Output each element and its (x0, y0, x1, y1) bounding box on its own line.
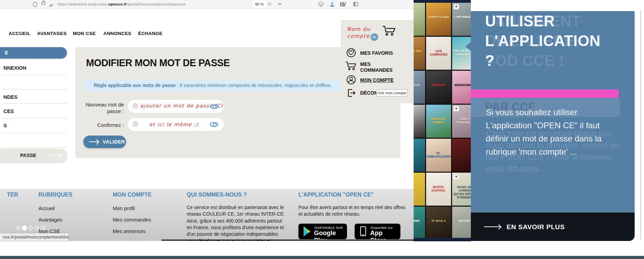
menu-mon-compte[interactable]: MON COMPTE (360, 77, 393, 83)
show-password-eye-icon[interactable] (210, 122, 218, 127)
poster-title: EL EMBARCADERO (426, 151, 451, 158)
sidebar-passe-label: PASSE (20, 153, 36, 158)
library-icon[interactable] (340, 2, 345, 7)
movie-poster[interactable] (414, 139, 425, 172)
password-rule-banner: Règle applicable aux mots de passe : 8 c… (83, 80, 344, 91)
poster-title: BASTA CAPITAL (426, 185, 451, 192)
poster-title: LES CARPATES (426, 49, 451, 56)
bookmark-star-icon[interactable]: ☆ (267, 1, 272, 7)
carousel-dot[interactable] (41, 225, 46, 231)
movie-poster[interactable]: IP MAN 4 (426, 207, 451, 238)
poster-title: madre (452, 219, 471, 223)
badge-top-label: DISPONIBLE SUR (314, 226, 343, 230)
footer-link[interactable]: Mon mot de passe (113, 240, 154, 241)
google-play-badge[interactable]: DISPONIBLE SUR Google Play (298, 224, 347, 239)
app-store-icon (360, 226, 366, 236)
browser-toolbar: ⇄° https://adherent-snep-unsa.opence.fr/… (0, 0, 414, 9)
movie-poster[interactable] (414, 173, 425, 206)
sidebar-active-item[interactable]: E (0, 47, 67, 59)
footer-link[interactable]: Mes annonces (113, 228, 145, 234)
favorite-heart-icon[interactable]: ♥ (454, 106, 459, 111)
footer-link[interactable]: Mes commandes (113, 217, 151, 223)
zoom-level-badge[interactable]: 90 % (253, 1, 266, 8)
sidebar-item[interactable]: S (3, 123, 7, 128)
movie-poster[interactable]: L'INFIRMIÈRE♥ (452, 3, 471, 36)
footer-link[interactable]: Accueil (39, 206, 55, 211)
movie-poster[interactable]: madre (452, 207, 471, 238)
permissions-icon[interactable]: ⇄° (49, 3, 53, 8)
confirm-password-input[interactable]: et ici le même ;) (128, 118, 224, 131)
show-password-eye-icon[interactable] (210, 104, 218, 109)
menu-mes-favoris[interactable]: MES FAVORIS (360, 50, 393, 56)
pocket-icon[interactable] (319, 2, 323, 7)
lock-icon[interactable] (42, 0, 45, 5)
movie-poster[interactable]: HONEYLAND (426, 3, 451, 36)
url-bar[interactable]: https://adherent-snep-unsa.opence.fr/por… (58, 2, 186, 6)
favorite-heart-icon[interactable]: ♥ (454, 174, 459, 179)
movie-poster[interactable] (414, 105, 425, 138)
carousel-prev-icon[interactable] (465, 42, 471, 51)
poster-title: E FEMME (414, 219, 425, 223)
poster-top-strip (414, 0, 471, 3)
movie-poster[interactable]: MIGNONNES (452, 71, 471, 104)
padlock-icon (133, 123, 137, 126)
new-password-input[interactable]: ajouter un mot de passe ICI (128, 100, 224, 113)
poster-title: IP MAN 4 (426, 219, 451, 223)
valider-button[interactable]: VALIDER (83, 136, 126, 148)
arrow-right-icon (484, 226, 501, 227)
carousel-dot[interactable] (16, 225, 21, 231)
sidebar-item[interactable]: NNEXION (3, 65, 26, 71)
favorite-heart-icon[interactable]: ♥ (454, 4, 459, 9)
nav-item-annonces[interactable]: ANNONCES (103, 31, 131, 36)
heart-icon (346, 48, 356, 58)
movie-poster[interactable]: BASTA CAPITAL (426, 173, 451, 206)
poster-bottom-strip (414, 238, 471, 241)
movie-poster[interactable]: EL EMBARCADERO (426, 139, 451, 172)
poster-title: HONEYLAND (426, 15, 451, 19)
movie-poster[interactable]: DANS UN JARDIN QU'ON DIRAIT ÉTERNEL♥ (452, 173, 471, 206)
en-savoir-plus-button[interactable]: EN SAVOIR PLUS (471, 213, 635, 241)
nav-item-mon-cse[interactable]: MON CSE (73, 31, 96, 36)
vod-slide-overlay: LANCEMENT DE LA 1ERE VOD CCE ! UTILISER … (471, 11, 635, 213)
movie-poster-grid: HONEYLANDL'INFIRMIÈRE♥AFRICA MIALES CARP… (414, 3, 471, 238)
carousel-dot[interactable] (28, 225, 33, 231)
sidebar-item[interactable]: NDES (3, 94, 17, 100)
sidebar-item-mot-de-passe[interactable]: PASSE (0, 149, 67, 162)
screenshot-icon[interactable]: ✂ (278, 1, 282, 7)
app-store-badge[interactable]: Disponible sur App Store (355, 224, 400, 239)
movie-poster[interactable] (452, 139, 471, 172)
movie-poster[interactable]: ENRAGÉ (426, 71, 451, 104)
cart-icon[interactable] (382, 24, 396, 38)
movie-poster[interactable]: LES CARPATES (426, 37, 451, 70)
menu-mes-commandes[interactable]: MES COMMANDES (360, 61, 392, 73)
footer-link[interactable]: Avantages (39, 217, 62, 223)
shield-icon[interactable] (33, 2, 37, 7)
download-icon[interactable] (330, 2, 334, 6)
nav-item-avantages[interactable]: AVANTAGES (37, 31, 67, 36)
sidebar-item[interactable]: CES (3, 109, 14, 114)
poster-title: LA FILLE (414, 83, 425, 87)
account-name[interactable]: Nom du compte (347, 26, 371, 40)
carousel-dot[interactable] (22, 225, 27, 231)
nav-item-accueil[interactable]: ACCUEIL (9, 31, 31, 36)
footer-link[interactable]: Mon profil (113, 206, 135, 211)
chevron-up-icon[interactable] (371, 33, 378, 41)
nav-item--change[interactable]: ÉCHANGE (138, 31, 162, 36)
footer-heading-application: L'APPLICATION "OPEN CE" (298, 192, 374, 198)
movie-poster[interactable]: LA FILLE (414, 71, 425, 104)
footer-bottom-line (161, 240, 414, 241)
url-domain: opence.fr (108, 2, 127, 6)
account-tooltip: Voir mon compte (376, 89, 408, 96)
sidebars-icon[interactable] (353, 2, 358, 6)
movie-poster[interactable]: FAMILY ROMANCE♥ (452, 105, 471, 138)
divider (2, 118, 67, 118)
url-path: /portail/moncompte/motdepasse (127, 2, 186, 6)
rule-strong: Règle applicable aux mots de passe (94, 83, 176, 88)
movie-poster[interactable]: BIGFOOT FAMILY (426, 105, 451, 138)
carousel-dot[interactable] (34, 225, 40, 231)
confirm-password-label: Confirmez : (65, 122, 124, 128)
movie-poster[interactable]: E FEMME (414, 207, 425, 238)
movie-poster[interactable]: AFRICA MIA (414, 37, 425, 70)
poster-title: BIGFOOT FAMILY (426, 117, 451, 124)
movie-poster[interactable] (414, 3, 425, 36)
